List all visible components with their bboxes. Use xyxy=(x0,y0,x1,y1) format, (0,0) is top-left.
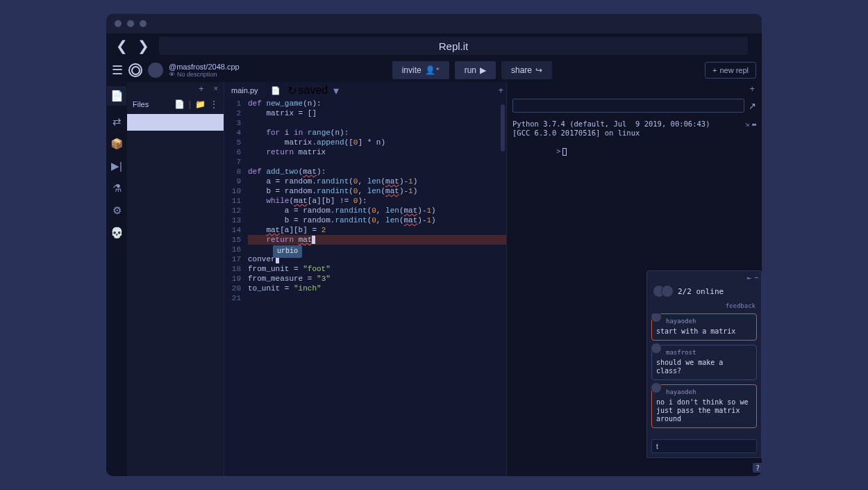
panel-add-icon[interactable]: + xyxy=(194,83,208,94)
scrollbar-thumb[interactable] xyxy=(501,104,505,152)
chat-input[interactable] xyxy=(651,439,757,453)
chat-panel: ⇤ − 2/2 online feedback hayaodehstart wi… xyxy=(646,270,762,458)
hamburger-icon[interactable]: ☰ xyxy=(112,63,123,78)
code-line[interactable]: mat[a][b] = 2 xyxy=(248,225,506,235)
code-line[interactable]: while(mat[a][b] != 0): xyxy=(248,196,506,206)
code-line[interactable]: return mat xyxy=(248,235,506,245)
code-line[interactable]: a = random.randint(0, len(mat)-1) xyxy=(248,206,506,215)
code-line[interactable]: b = random.randint(0, len(mat)-1) xyxy=(248,186,506,196)
app-header: ☰ @masfrost/2048.cpp No description invi… xyxy=(106,58,762,82)
workspace: 📄 ⇄ 📦 ▶| ⚗ ⚙ 💀 + × Files 📄 | 📁 ⋮ xyxy=(106,82,762,476)
chat-message: hayaodehno i don't think so we just pass… xyxy=(651,384,757,428)
play-icon: ▶ xyxy=(480,65,486,75)
chat-collapse-icon[interactable]: ⇤ xyxy=(747,273,751,282)
nav-back-icon[interactable]: ❮ xyxy=(113,36,131,56)
user-handle: @masfrost/2048.cpp xyxy=(169,63,240,71)
share-button[interactable]: share ↪ xyxy=(501,61,552,79)
chat-messages: hayaodehstart with a matrixmasfrostshoul… xyxy=(647,313,761,435)
chat-message-text: no i don't think so we just pass the mat… xyxy=(656,398,752,423)
debugger-rail-icon[interactable]: ▶| xyxy=(111,160,122,172)
packages-rail-icon[interactable]: 📦 xyxy=(110,138,124,150)
files-title: Files xyxy=(133,100,149,108)
right-add-tab-icon[interactable]: + xyxy=(745,83,759,94)
url-bar-text: Repl.it xyxy=(439,40,469,52)
panel-close-icon[interactable]: × xyxy=(211,84,221,92)
secrets-rail-icon[interactable]: ⚗ xyxy=(112,182,122,195)
code-line[interactable]: for i in range(n): xyxy=(248,128,506,138)
gutter: 123456789101112131415161718192021 xyxy=(224,99,245,476)
user-subtitle: No description xyxy=(169,71,240,78)
file-entry-active[interactable] xyxy=(127,114,224,131)
code-line[interactable] xyxy=(248,157,506,167)
url-bar[interactable]: Repl.it xyxy=(159,37,748,55)
console-clear-icon[interactable]: ▬ xyxy=(752,120,756,129)
replit-logo-icon[interactable] xyxy=(128,63,142,77)
user-block: @masfrost/2048.cpp No description xyxy=(169,63,240,78)
console-url-row: ↗ xyxy=(507,95,762,117)
chat-message: masfrostshould we make a class? xyxy=(651,345,757,380)
share-icon: ↪ xyxy=(535,65,542,75)
settings-rail-icon[interactable]: ⚙ xyxy=(112,204,122,217)
history-icon[interactable]: 📄 xyxy=(271,86,281,95)
file-tab-main[interactable]: main.py xyxy=(224,82,265,99)
code-line[interactable] xyxy=(248,293,506,303)
right-pane: + ↗ ⇲ ▬ Python 3.7.4 (default, Jul 9 201… xyxy=(506,82,762,476)
tab-row: main.py 📄 ↻ saved ▾ + xyxy=(224,82,506,99)
chat-message-text: should we make a class? xyxy=(656,359,752,375)
chat-feedback-link[interactable]: feedback xyxy=(647,302,761,313)
code-line[interactable]: from_measure = "3" xyxy=(248,274,506,284)
left-rail: 📄 ⇄ 📦 ▶| ⚗ ⚙ 💀 xyxy=(106,82,127,476)
code-line[interactable]: to_unit = "inch" xyxy=(248,284,506,293)
code-line[interactable]: from_unit = "foot" xyxy=(248,264,506,274)
code-area[interactable]: 123456789101112131415161718192021 def ne… xyxy=(224,99,506,476)
run-button[interactable]: run ▶ xyxy=(455,61,496,79)
new-file-icon[interactable]: 📄 xyxy=(174,99,185,109)
chat-help-icon[interactable]: ? xyxy=(753,463,762,473)
console-url-input[interactable] xyxy=(512,99,744,113)
autocomplete-popup[interactable]: urbio xyxy=(273,245,302,258)
traffic-max-icon[interactable] xyxy=(140,20,147,27)
new-folder-icon[interactable]: 📁 xyxy=(195,99,206,109)
traffic-close-icon[interactable] xyxy=(115,20,122,27)
code-line[interactable]: a = random.randint(0, len(mat)-1) xyxy=(248,177,506,186)
chat-message-user: hayaodeh xyxy=(666,388,752,397)
editor-cursor xyxy=(312,236,315,244)
invite-button[interactable]: invite 👤⁺ xyxy=(392,61,449,79)
skull-rail-icon[interactable]: 💀 xyxy=(110,227,124,239)
code-lines[interactable]: def new_game(n): matrix = [] for i in ra… xyxy=(245,99,506,476)
chat-message: hayaodehstart with a matrix xyxy=(651,313,757,341)
code-line[interactable]: def new_game(n): xyxy=(248,99,506,108)
saved-indicator: ↻ saved xyxy=(287,84,328,97)
more-icon[interactable]: ⋮ xyxy=(210,99,218,109)
avatar-icon xyxy=(651,382,662,393)
files-panel: + × Files 📄 | 📁 ⋮ xyxy=(127,82,224,476)
vcs-rail-icon[interactable]: ⇄ xyxy=(112,115,122,128)
browser-nav-row: ❮ ❯ Repl.it xyxy=(106,33,762,58)
open-new-tab-icon[interactable]: ↗ xyxy=(749,101,756,111)
app-window: ❮ ❯ Repl.it ☰ @masfrost/2048.cpp No desc… xyxy=(106,14,762,476)
console-expand-icon[interactable]: ⇲ xyxy=(745,120,749,129)
nav-forward-icon[interactable]: ❯ xyxy=(135,36,152,56)
avatar[interactable] xyxy=(148,63,163,78)
add-tab-icon[interactable]: + xyxy=(498,85,503,95)
avatar-icon xyxy=(661,285,674,297)
files-rail-icon[interactable]: 📄 xyxy=(107,86,126,106)
avatar-icon xyxy=(651,313,662,322)
avatar-icon xyxy=(651,343,662,354)
chat-minimize-icon[interactable]: − xyxy=(754,273,758,282)
chat-message-text: start with a matrix xyxy=(656,327,752,336)
traffic-min-icon[interactable] xyxy=(127,20,134,27)
code-line[interactable]: return matrix xyxy=(248,147,506,157)
terminal-line: Python 3.7.4 (default, Jul 9 2019, 00:06… xyxy=(512,120,756,129)
code-line[interactable]: def add_two(mat): xyxy=(248,167,506,177)
code-line[interactable]: matrix.append([0] * n) xyxy=(248,138,506,147)
code-line[interactable] xyxy=(248,118,506,128)
chat-message-user: hayaodeh xyxy=(666,317,752,326)
plus-icon: + xyxy=(712,66,717,74)
terminal[interactable]: ⇲ ▬ Python 3.7.4 (default, Jul 9 2019, 0… xyxy=(507,117,762,476)
editor-panel: main.py 📄 ↻ saved ▾ + 123456789101112131… xyxy=(224,82,506,476)
new-repl-button[interactable]: + new repl xyxy=(705,62,756,79)
code-line[interactable]: b = random.randint(0, len(mat)-1) xyxy=(248,215,506,225)
code-line[interactable]: matrix = [] xyxy=(248,108,506,118)
chevron-down-icon[interactable]: ▾ xyxy=(333,84,339,97)
